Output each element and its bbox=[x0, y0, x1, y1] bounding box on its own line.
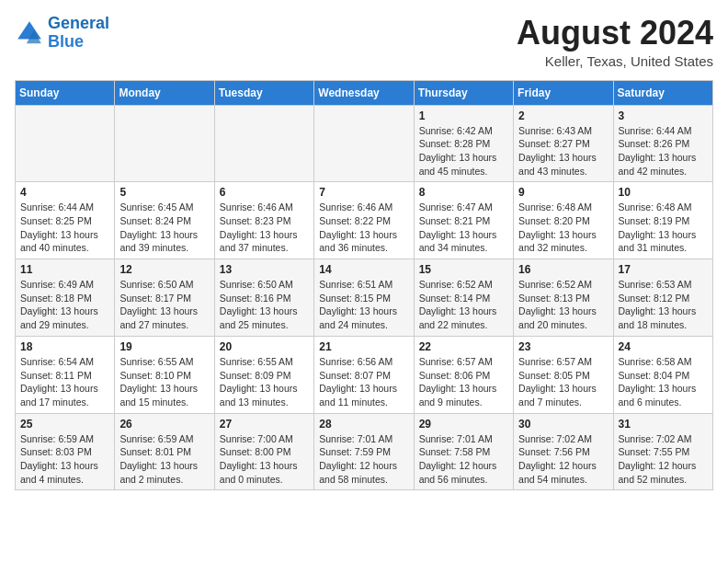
day-number: 19 bbox=[119, 340, 209, 353]
day-info: Sunrise: 6:50 AM Sunset: 8:17 PM Dayligh… bbox=[119, 278, 209, 332]
day-number: 22 bbox=[419, 340, 508, 353]
weekday-header-row: SundayMondayTuesdayWednesdayThursdayFrid… bbox=[16, 80, 713, 105]
day-number: 18 bbox=[20, 340, 109, 353]
day-number: 9 bbox=[518, 186, 608, 199]
day-cell: 22Sunrise: 6:57 AM Sunset: 8:06 PM Dayli… bbox=[414, 336, 513, 413]
logo-icon bbox=[15, 18, 44, 48]
day-cell: 25Sunrise: 6:59 AM Sunset: 8:03 PM Dayli… bbox=[16, 413, 115, 490]
weekday-header-saturday: Saturday bbox=[613, 80, 712, 105]
day-cell bbox=[16, 105, 115, 182]
day-cell: 12Sunrise: 6:50 AM Sunset: 8:17 PM Dayli… bbox=[115, 259, 214, 337]
location: Keller, Texas, United States bbox=[517, 53, 713, 69]
day-cell bbox=[115, 105, 214, 182]
day-info: Sunrise: 6:45 AM Sunset: 8:24 PM Dayligh… bbox=[119, 201, 209, 255]
weekday-header-friday: Friday bbox=[514, 80, 613, 105]
day-cell: 24Sunrise: 6:58 AM Sunset: 8:04 PM Dayli… bbox=[613, 336, 712, 413]
day-info: Sunrise: 6:44 AM Sunset: 8:26 PM Dayligh… bbox=[619, 124, 708, 178]
day-number: 2 bbox=[518, 109, 608, 122]
day-cell: 31Sunrise: 7:02 AM Sunset: 7:55 PM Dayli… bbox=[613, 413, 712, 490]
day-info: Sunrise: 6:42 AM Sunset: 8:28 PM Dayligh… bbox=[419, 124, 508, 178]
header: General Blue August 2024 Keller, Texas, … bbox=[15, 15, 713, 69]
day-cell: 11Sunrise: 6:49 AM Sunset: 8:18 PM Dayli… bbox=[16, 259, 115, 337]
day-number: 10 bbox=[619, 186, 708, 199]
day-info: Sunrise: 6:43 AM Sunset: 8:27 PM Dayligh… bbox=[518, 124, 608, 178]
day-info: Sunrise: 6:58 AM Sunset: 8:04 PM Dayligh… bbox=[619, 355, 708, 409]
day-cell: 8Sunrise: 6:47 AM Sunset: 8:21 PM Daylig… bbox=[414, 182, 513, 259]
day-info: Sunrise: 6:49 AM Sunset: 8:18 PM Dayligh… bbox=[20, 278, 109, 332]
day-number: 8 bbox=[419, 186, 508, 199]
day-cell: 13Sunrise: 6:50 AM Sunset: 8:16 PM Dayli… bbox=[214, 259, 313, 337]
day-info: Sunrise: 6:56 AM Sunset: 8:07 PM Dayligh… bbox=[319, 355, 408, 409]
day-number: 13 bbox=[220, 263, 309, 276]
weekday-header-sunday: Sunday bbox=[16, 80, 115, 105]
day-number: 28 bbox=[319, 418, 408, 431]
week-row-1: 1Sunrise: 6:42 AM Sunset: 8:28 PM Daylig… bbox=[16, 105, 713, 182]
day-number: 3 bbox=[619, 109, 708, 122]
weekday-header-tuesday: Tuesday bbox=[214, 80, 313, 105]
day-number: 11 bbox=[20, 263, 109, 276]
day-number: 7 bbox=[319, 186, 408, 199]
day-cell: 19Sunrise: 6:55 AM Sunset: 8:10 PM Dayli… bbox=[115, 336, 214, 413]
day-info: Sunrise: 6:46 AM Sunset: 8:22 PM Dayligh… bbox=[319, 201, 408, 255]
day-number: 6 bbox=[220, 186, 309, 199]
day-cell: 6Sunrise: 6:46 AM Sunset: 8:23 PM Daylig… bbox=[214, 182, 313, 259]
day-cell: 26Sunrise: 6:59 AM Sunset: 8:01 PM Dayli… bbox=[115, 413, 214, 490]
day-cell: 10Sunrise: 6:48 AM Sunset: 8:19 PM Dayli… bbox=[613, 182, 712, 259]
day-number: 27 bbox=[220, 418, 309, 431]
day-cell: 28Sunrise: 7:01 AM Sunset: 7:59 PM Dayli… bbox=[314, 413, 414, 490]
svg-marker-0 bbox=[17, 21, 41, 39]
day-number: 16 bbox=[518, 263, 608, 276]
logo: General Blue bbox=[15, 15, 109, 52]
day-number: 12 bbox=[119, 263, 209, 276]
day-info: Sunrise: 7:02 AM Sunset: 7:55 PM Dayligh… bbox=[619, 432, 708, 487]
day-cell: 7Sunrise: 6:46 AM Sunset: 8:22 PM Daylig… bbox=[314, 182, 414, 259]
month-year: August 2024 bbox=[517, 15, 713, 52]
day-info: Sunrise: 6:48 AM Sunset: 8:19 PM Dayligh… bbox=[619, 201, 708, 255]
day-cell: 15Sunrise: 6:52 AM Sunset: 8:14 PM Dayli… bbox=[414, 259, 513, 337]
day-info: Sunrise: 7:02 AM Sunset: 7:56 PM Dayligh… bbox=[518, 432, 608, 487]
day-cell: 1Sunrise: 6:42 AM Sunset: 8:28 PM Daylig… bbox=[414, 105, 513, 182]
day-cell: 4Sunrise: 6:44 AM Sunset: 8:25 PM Daylig… bbox=[16, 182, 115, 259]
day-cell: 5Sunrise: 6:45 AM Sunset: 8:24 PM Daylig… bbox=[115, 182, 214, 259]
day-number: 1 bbox=[419, 109, 508, 122]
day-cell: 17Sunrise: 6:53 AM Sunset: 8:12 PM Dayli… bbox=[613, 259, 712, 337]
weekday-header-monday: Monday bbox=[115, 80, 214, 105]
day-info: Sunrise: 6:59 AM Sunset: 8:01 PM Dayligh… bbox=[119, 432, 209, 487]
day-cell: 21Sunrise: 6:56 AM Sunset: 8:07 PM Dayli… bbox=[314, 336, 414, 413]
day-number: 26 bbox=[119, 418, 209, 431]
day-cell: 30Sunrise: 7:02 AM Sunset: 7:56 PM Dayli… bbox=[514, 413, 613, 490]
day-number: 14 bbox=[319, 263, 408, 276]
day-number: 25 bbox=[20, 418, 109, 431]
day-cell bbox=[214, 105, 313, 182]
day-cell: 20Sunrise: 6:55 AM Sunset: 8:09 PM Dayli… bbox=[214, 336, 313, 413]
day-cell: 9Sunrise: 6:48 AM Sunset: 8:20 PM Daylig… bbox=[514, 182, 613, 259]
title-area: August 2024 Keller, Texas, United States bbox=[517, 15, 713, 69]
weekday-header-thursday: Thursday bbox=[414, 80, 513, 105]
day-number: 23 bbox=[518, 340, 608, 353]
week-row-4: 18Sunrise: 6:54 AM Sunset: 8:11 PM Dayli… bbox=[16, 336, 713, 413]
day-cell: 16Sunrise: 6:52 AM Sunset: 8:13 PM Dayli… bbox=[514, 259, 613, 337]
day-info: Sunrise: 6:46 AM Sunset: 8:23 PM Dayligh… bbox=[220, 201, 309, 255]
day-info: Sunrise: 6:44 AM Sunset: 8:25 PM Dayligh… bbox=[20, 201, 109, 255]
day-info: Sunrise: 6:55 AM Sunset: 8:10 PM Dayligh… bbox=[119, 355, 209, 409]
weekday-header-wednesday: Wednesday bbox=[314, 80, 414, 105]
day-info: Sunrise: 6:50 AM Sunset: 8:16 PM Dayligh… bbox=[220, 278, 309, 332]
day-number: 15 bbox=[419, 263, 508, 276]
day-info: Sunrise: 6:53 AM Sunset: 8:12 PM Dayligh… bbox=[619, 278, 708, 332]
day-info: Sunrise: 6:51 AM Sunset: 8:15 PM Dayligh… bbox=[319, 278, 408, 332]
day-cell: 14Sunrise: 6:51 AM Sunset: 8:15 PM Dayli… bbox=[314, 259, 414, 337]
week-row-5: 25Sunrise: 6:59 AM Sunset: 8:03 PM Dayli… bbox=[16, 413, 713, 490]
day-number: 4 bbox=[20, 186, 109, 199]
week-row-3: 11Sunrise: 6:49 AM Sunset: 8:18 PM Dayli… bbox=[16, 259, 713, 337]
day-info: Sunrise: 6:57 AM Sunset: 8:06 PM Dayligh… bbox=[419, 355, 508, 409]
logo-line1: General bbox=[48, 14, 109, 32]
day-number: 17 bbox=[619, 263, 708, 276]
day-number: 21 bbox=[319, 340, 408, 353]
day-cell: 27Sunrise: 7:00 AM Sunset: 8:00 PM Dayli… bbox=[214, 413, 313, 490]
day-info: Sunrise: 7:01 AM Sunset: 7:59 PM Dayligh… bbox=[319, 432, 408, 487]
day-info: Sunrise: 6:52 AM Sunset: 8:14 PM Dayligh… bbox=[419, 278, 508, 332]
day-cell: 29Sunrise: 7:01 AM Sunset: 7:58 PM Dayli… bbox=[414, 413, 513, 490]
day-number: 24 bbox=[619, 340, 708, 353]
day-info: Sunrise: 6:47 AM Sunset: 8:21 PM Dayligh… bbox=[419, 201, 508, 255]
day-info: Sunrise: 6:48 AM Sunset: 8:20 PM Dayligh… bbox=[518, 201, 608, 255]
